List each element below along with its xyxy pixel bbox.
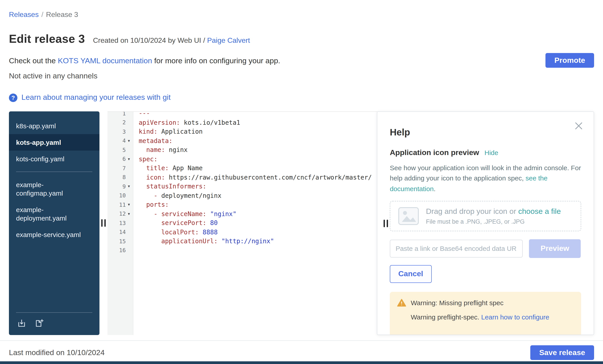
edit-release-page: Releases/Release 3 Edit release 3 Create… [0, 0, 603, 364]
file-list: k8s-app.yaml kots-app.yaml kots-config.y… [9, 111, 99, 312]
title-row: Edit release 3 Created on 10/10/2024 by … [9, 32, 594, 46]
warning-triangle-icon [397, 298, 406, 307]
icon-preview-description: See how your application icon will look … [390, 163, 581, 194]
warning-title: Warning: Missing preflight spec [411, 299, 504, 307]
save-release-button[interactable]: Save release [530, 345, 594, 360]
dropzone-file-types: File must be a .PNG, .JPEG, or .JPG [426, 218, 561, 225]
file-item-k8s-app[interactable]: k8s-app.yaml [9, 118, 99, 134]
hide-link[interactable]: Hide [485, 149, 499, 156]
file-item-kots-app[interactable]: kots-app.yaml [9, 134, 99, 151]
channel-status: Not active in any channels [9, 72, 594, 81]
page-header: Releases/Release 3 Edit release 3 Create… [0, 0, 603, 102]
icon-preview-head: Application icon preview Hide [390, 148, 581, 157]
sidebar-resize-handle[interactable] [101, 219, 106, 227]
warning-detail-text: Warning preflight-spec. [411, 313, 481, 321]
file-tree-divider [16, 172, 92, 172]
created-text: Created on 10/10/2024 by Web UI / [93, 36, 207, 44]
git-help-row: ? Learn about managing your releases wit… [9, 93, 594, 102]
image-placeholder-icon [398, 207, 419, 225]
created-info: Created on 10/10/2024 by Web UI / Paige … [93, 36, 250, 44]
last-modified: Last modified on 10/10/2024 [9, 348, 104, 357]
question-icon: ? [9, 93, 17, 102]
code-editor[interactable]: 1234▾56▾789▾1011▾12▾13141516 ---apiVersi… [107, 111, 377, 335]
breadcrumb-current: Release 3 [46, 11, 78, 18]
page-footer: Last modified on 10/10/2024 Save release [0, 340, 603, 364]
preflight-warning: Warning: Missing preflight spec Warning … [390, 292, 581, 335]
icon-preview-desc-text: See how your application icon will look … [390, 164, 581, 182]
promote-button[interactable]: Promote [545, 53, 594, 68]
file-item-example-configmap[interactable]: example-configmap.yaml [9, 176, 99, 201]
dropzone-text: Drag and drop your icon or choose a file… [426, 207, 561, 225]
cancel-button[interactable]: Cancel [390, 265, 432, 283]
file-tree-actions [16, 312, 92, 335]
icon-url-row: Preview [390, 239, 581, 258]
icon-url-input[interactable] [390, 240, 523, 257]
help-resize-handle[interactable] [383, 220, 388, 227]
warning-detail: Warning preflight-spec. Learn how to con… [411, 313, 574, 321]
choose-file-link[interactable]: choose a file [518, 207, 561, 216]
breadcrumb-separator: / [41, 11, 43, 18]
preflight-docs-link[interactable]: Learn how to configure [481, 313, 549, 321]
icon-preview-desc-period: . [434, 185, 436, 192]
help-title: Help [390, 127, 581, 138]
icon-preview-title: Application icon preview [390, 148, 479, 157]
file-item-example-deployment[interactable]: example-deployment.yaml [9, 201, 99, 226]
help-panel: Help Application icon preview Hide See h… [377, 111, 594, 335]
sidebar-editor-gap [99, 111, 107, 335]
bottom-strip [0, 361, 603, 364]
git-help-link[interactable]: Learn about managing your releases with … [21, 93, 171, 102]
preview-button[interactable]: Preview [529, 239, 581, 258]
release-editor: k8s-app.yaml kots-app.yaml kots-config.y… [9, 111, 594, 335]
dropzone-label: Drag and drop your icon or [426, 207, 518, 216]
close-icon[interactable] [574, 121, 584, 131]
icon-dropzone[interactable]: Drag and drop your icon or choose a file… [390, 201, 581, 231]
file-item-example-service[interactable]: example-service.yaml [9, 226, 99, 243]
file-tree: k8s-app.yaml kots-app.yaml kots-config.y… [9, 111, 99, 335]
doc-hint-prefix: Check out the [9, 56, 58, 65]
editor-gutter: 1234▾56▾789▾1011▾12▾13141516 [107, 112, 133, 335]
app-window: Releases/Release 3 Edit release 3 Create… [0, 0, 603, 364]
new-file-icon[interactable] [34, 319, 44, 328]
editor-code[interactable]: ---apiVersion: kots.io/v1beta1kind: Appl… [133, 112, 377, 335]
breadcrumb: Releases/Release 3 [9, 11, 594, 19]
kots-docs-link[interactable]: KOTS YAML documentation [58, 56, 152, 65]
doc-hint: Check out the KOTS YAML documentation fo… [9, 56, 594, 66]
import-file-icon[interactable] [17, 319, 26, 328]
doc-hint-suffix: for more info on configuring your app. [152, 56, 280, 65]
author-link[interactable]: Paige Calvert [207, 36, 250, 44]
file-item-kots-config[interactable]: kots-config.yaml [9, 151, 99, 167]
breadcrumb-releases-link[interactable]: Releases [9, 11, 39, 18]
page-title: Edit release 3 [9, 32, 85, 46]
